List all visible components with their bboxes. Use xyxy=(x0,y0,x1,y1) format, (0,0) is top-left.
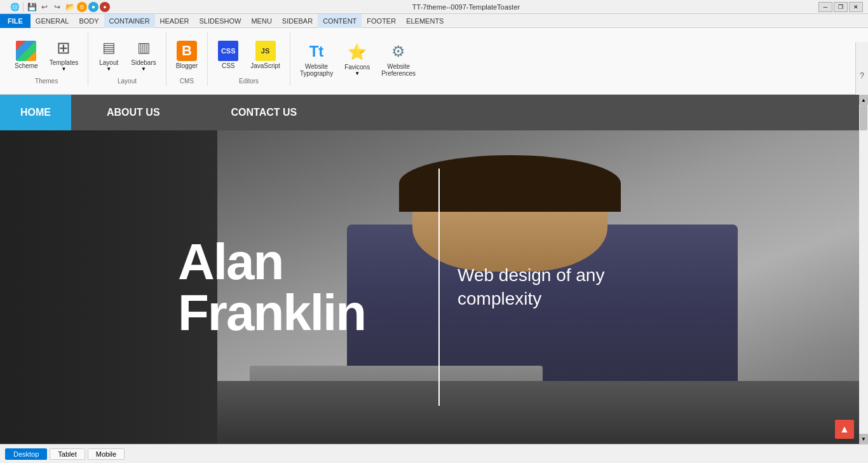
layout-group-label: Layout xyxy=(118,78,137,85)
hero-name-line1: Alan xyxy=(178,237,365,287)
menu-footer[interactable]: FOOTER xyxy=(362,14,401,28)
preferences-icon: ⚙ xyxy=(388,41,409,62)
preferences-label: WebsitePreferences xyxy=(381,63,416,77)
hero-text-right: Web design of any complexity xyxy=(458,264,661,310)
redo-btn[interactable]: ↪ xyxy=(51,1,63,13)
scrollbar[interactable]: ▲ ▼ xyxy=(859,95,868,444)
hero-text-left: Alan Franklin xyxy=(178,237,365,338)
toolbar-group-layout: ▤ Layout ▼ ▥ Sidebars ▼ Layout xyxy=(88,32,166,86)
undo-btn[interactable]: ↩ xyxy=(39,1,50,13)
css-button[interactable]: CSS CSS xyxy=(213,38,243,73)
window-title: TT-7theme--0097-TemplateToaster xyxy=(114,3,818,11)
scrollbar-track[interactable] xyxy=(859,105,868,434)
favicons-icon: ⭐ xyxy=(347,42,367,62)
nav-contact-item[interactable]: CONTACT US xyxy=(196,95,333,130)
css-icon: CSS xyxy=(218,41,238,61)
menu-content[interactable]: CONTENT xyxy=(318,14,362,28)
blogger-quick-icon: B xyxy=(77,2,87,12)
menu-elements[interactable]: ELEMENTS xyxy=(401,14,449,28)
scheme-icon xyxy=(16,41,36,61)
toolbar-group-cms: B Blogger CMS xyxy=(166,32,208,86)
menu-menu[interactable]: MENU xyxy=(246,14,276,28)
website-preferences-button[interactable]: ⚙ WebsitePreferences xyxy=(377,38,420,80)
canvas-area: HOME ABOUT US CONTACT US xyxy=(0,95,868,444)
title-bar: 🌐 💾 ↩ ↪ 📂 B ● ● TT-7theme--0097-Template… xyxy=(0,0,868,14)
save-quick-btn[interactable]: 💾 xyxy=(26,1,37,13)
scheme-button[interactable]: Scheme xyxy=(10,38,43,73)
sidebars-button[interactable]: ▥ Sidebars ▼ xyxy=(126,34,160,75)
nav-home-item[interactable]: HOME xyxy=(0,95,71,130)
cms-group-label: CMS xyxy=(180,78,194,85)
window-controls[interactable]: ─ ❐ ✕ xyxy=(818,2,863,12)
menu-sidebar[interactable]: SIDEBAR xyxy=(277,14,318,28)
bottom-bar: Desktop Tablet Mobile xyxy=(0,444,868,463)
nav-bar: HOME ABOUT US CONTACT US xyxy=(0,95,868,130)
blogger-label: Blogger xyxy=(176,62,198,69)
scrollbar-up-btn[interactable]: ▲ xyxy=(859,95,868,105)
scroll-top-button[interactable]: ▲ xyxy=(835,420,854,439)
close-btn[interactable]: ✕ xyxy=(849,2,863,12)
editors-group-label: Editors xyxy=(239,78,259,85)
nav-about-item[interactable]: ABOUT US xyxy=(71,95,196,130)
tablet-view-btn[interactable]: Tablet xyxy=(50,448,85,460)
layout-label: Layout xyxy=(99,59,118,66)
javascript-icon: JS xyxy=(255,41,276,61)
blogger-icon: B xyxy=(177,41,197,61)
toolbar-group-misc: Tt WebsiteTypography ⭐ Favicons ▼ ⚙ Webs… xyxy=(290,32,425,86)
web-quick-icon: ● xyxy=(88,2,98,12)
templates-label: Templates xyxy=(50,59,79,66)
css-label: CSS xyxy=(222,62,235,69)
blogger-button[interactable]: B Blogger xyxy=(172,38,202,73)
website-typography-button[interactable]: Tt WebsiteTypography xyxy=(295,38,337,80)
restore-btn[interactable]: ❐ xyxy=(834,2,848,12)
menu-header[interactable]: HEADER xyxy=(155,14,194,28)
quick-access-toolbar: 🌐 💾 ↩ ↪ 📂 B ● ● xyxy=(5,1,114,13)
menu-container[interactable]: CONTAINER xyxy=(104,14,155,28)
hero-name: Alan Franklin xyxy=(178,237,365,338)
sidebars-icon: ▥ xyxy=(133,38,154,58)
favicons-button[interactable]: ⭐ Favicons ▼ xyxy=(340,39,374,79)
red-quick-icon: ● xyxy=(100,2,110,12)
sidebars-label: Sidebars xyxy=(131,59,156,66)
open-btn[interactable]: 📂 xyxy=(64,1,76,13)
file-menu[interactable]: FILE xyxy=(0,14,31,28)
toolbar: Scheme ⊞ Templates ▼ Themes ▤ Layout ▼ ▥ xyxy=(0,28,868,95)
menu-bar: FILE GENERAL BODY CONTAINER HEADER SLIDE… xyxy=(0,14,868,28)
templates-icon: ⊞ xyxy=(53,38,74,58)
toolbar-group-editors: CSS CSS JS JavaScript Editors xyxy=(208,32,290,86)
hero-name-line2: Franklin xyxy=(178,287,365,338)
themes-group-label: Themes xyxy=(35,78,58,85)
templates-button[interactable]: ⊞ Templates ▼ xyxy=(45,34,83,75)
javascript-label: JavaScript xyxy=(250,62,280,69)
app-icon: 🌐 xyxy=(9,1,20,13)
mobile-view-btn[interactable]: Mobile xyxy=(88,448,125,460)
favicons-label: Favicons xyxy=(344,64,370,71)
scrollbar-thumb[interactable] xyxy=(860,105,867,130)
typography-label: WebsiteTypography xyxy=(300,63,333,77)
javascript-button[interactable]: JS JavaScript xyxy=(246,38,285,73)
hero-section: Alan Franklin Web design of any complexi… xyxy=(0,130,868,444)
layout-icon: ▤ xyxy=(98,38,119,58)
layout-button[interactable]: ▤ Layout ▼ xyxy=(93,34,124,75)
menu-general[interactable]: GENERAL xyxy=(31,14,74,28)
desktop-view-btn[interactable]: Desktop xyxy=(5,448,47,460)
hero-content: Alan Franklin Web design of any complexi… xyxy=(0,130,868,444)
hero-subtitle: Web design of any complexity xyxy=(458,264,661,310)
scrollbar-down-btn[interactable]: ▼ xyxy=(859,434,868,444)
minimize-btn[interactable]: ─ xyxy=(818,2,832,12)
menu-body[interactable]: BODY xyxy=(74,14,104,28)
hero-divider xyxy=(438,169,440,406)
scheme-label: Scheme xyxy=(15,62,38,69)
typography-icon: Tt xyxy=(306,41,327,62)
separator xyxy=(23,3,24,11)
toolbar-group-themes: Scheme ⊞ Templates ▼ Themes xyxy=(5,32,88,86)
website-preview: HOME ABOUT US CONTACT US xyxy=(0,95,868,444)
menu-slideshow[interactable]: SLIDESHOW xyxy=(194,14,246,28)
